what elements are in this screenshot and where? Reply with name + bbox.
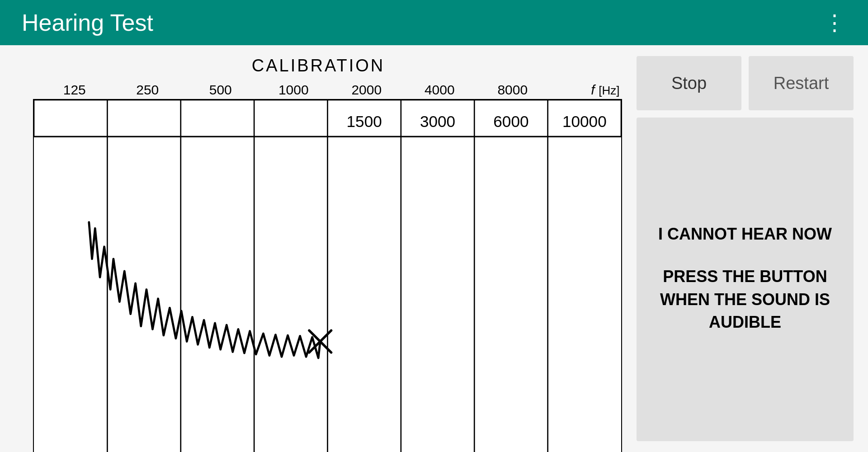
svg-text:f: f (591, 82, 596, 97)
instruction-panel[interactable]: I CANNOT HEAR NOW PRESS THE BUTTON WHEN … (637, 118, 854, 441)
svg-text:4000: 4000 (425, 82, 455, 97)
svg-text:1000: 1000 (278, 82, 309, 97)
restart-button[interactable]: Restart (749, 56, 854, 110)
main-content: CALIBRATION 125 250 500 1000 2000 4000 8… (0, 45, 868, 452)
svg-text:6000: 6000 (493, 113, 528, 130)
more-options-icon[interactable]: ⋮ (824, 10, 846, 35)
right-panel: Stop Restart I CANNOT HEAR NOW PRESS THE… (637, 56, 854, 441)
audiogram-chart: 1500 3000 6000 10000 (33, 99, 622, 452)
app-header: Hearing Test ⋮ (0, 0, 868, 45)
app-title: Hearing Test (22, 9, 153, 36)
svg-text:8000: 8000 (497, 82, 528, 97)
svg-text:3000: 3000 (420, 113, 455, 130)
chart-area: CALIBRATION 125 250 500 1000 2000 4000 8… (14, 56, 622, 441)
svg-text:10000: 10000 (562, 113, 607, 130)
svg-text:[Hz]: [Hz] (599, 84, 619, 97)
svg-text:250: 250 (136, 82, 159, 97)
stop-button[interactable]: Stop (637, 56, 741, 110)
freq-labels-row1: 125 250 500 1000 2000 4000 8000 f [Hz] (38, 77, 622, 99)
button-row: Stop Restart (637, 56, 854, 110)
svg-text:1500: 1500 (347, 113, 382, 130)
press-button-text: PRESS THE BUTTON WHEN THE SOUND IS AUDIB… (651, 265, 839, 334)
svg-text:125: 125 (63, 82, 86, 97)
svg-text:2000: 2000 (351, 82, 382, 97)
chart-title: CALIBRATION (252, 56, 385, 75)
y-axis-label: l [dB HL] (14, 99, 33, 452)
svg-text:500: 500 (209, 82, 232, 97)
cannot-hear-text: I CANNOT HEAR NOW (658, 225, 832, 244)
